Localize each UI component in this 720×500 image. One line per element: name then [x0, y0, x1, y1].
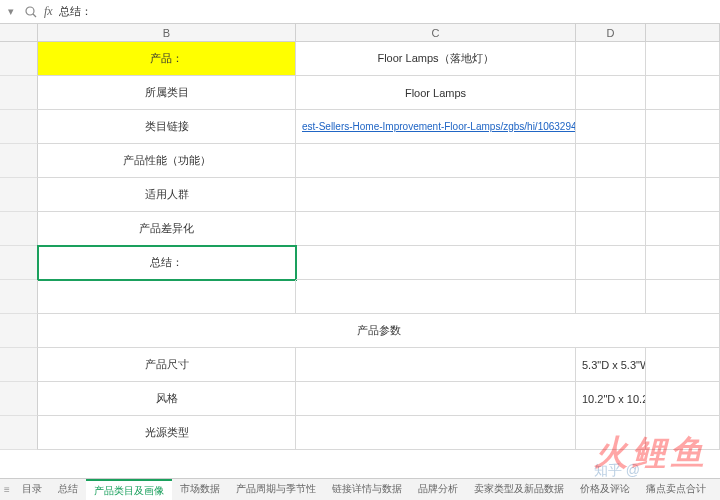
- cell[interactable]: [576, 416, 646, 450]
- row-header[interactable]: [0, 280, 38, 314]
- cell[interactable]: [576, 42, 646, 76]
- row-header[interactable]: [0, 246, 38, 280]
- cell[interactable]: Floor Lamps（落地灯）: [296, 42, 576, 76]
- cell[interactable]: [646, 348, 720, 382]
- cell[interactable]: [296, 144, 576, 178]
- cell[interactable]: 10.2"D x 10.2"W x 63"H: [576, 382, 646, 416]
- cell[interactable]: [576, 280, 646, 314]
- column-header[interactable]: [646, 24, 720, 42]
- cell[interactable]: [646, 178, 720, 212]
- corner-header[interactable]: [0, 24, 38, 42]
- row-header[interactable]: [0, 212, 38, 246]
- cell[interactable]: [296, 280, 576, 314]
- cell[interactable]: [646, 382, 720, 416]
- column-header[interactable]: B: [38, 24, 296, 42]
- cell[interactable]: [296, 348, 576, 382]
- row-header[interactable]: [0, 382, 38, 416]
- cell[interactable]: 产品尺寸: [38, 348, 296, 382]
- formula-bar: ▾ fx 总结：: [0, 0, 720, 24]
- row-header[interactable]: [0, 144, 38, 178]
- fx-label[interactable]: fx: [44, 4, 53, 19]
- column-header[interactable]: D: [576, 24, 646, 42]
- cell[interactable]: 适用人群: [38, 178, 296, 212]
- cell[interactable]: [576, 110, 646, 144]
- cell[interactable]: [646, 110, 720, 144]
- cell[interactable]: [646, 280, 720, 314]
- sheet-tabs: ≡ 目录总结产品类目及画像市场数据产品周期与季节性链接详情与数据品牌分析卖家类型…: [0, 478, 720, 500]
- spreadsheet-grid[interactable]: BCD产品：Floor Lamps（落地灯）所属类目Floor Lamps类目链…: [0, 24, 720, 450]
- cell[interactable]: 类目链接: [38, 110, 296, 144]
- row-header[interactable]: [0, 416, 38, 450]
- merged-cell[interactable]: 产品参数: [38, 314, 720, 348]
- sheet-tab[interactable]: 品牌分析: [410, 479, 466, 501]
- cell[interactable]: 产品性能（功能）: [38, 144, 296, 178]
- cell[interactable]: [646, 416, 720, 450]
- cell[interactable]: [296, 178, 576, 212]
- cell[interactable]: 所属类目: [38, 76, 296, 110]
- svg-point-0: [26, 7, 34, 15]
- column-header[interactable]: C: [296, 24, 576, 42]
- tabs-nav[interactable]: ≡: [0, 484, 14, 495]
- cell[interactable]: [296, 416, 576, 450]
- sheet-tab[interactable]: 卖家类型及新品数据: [466, 479, 572, 501]
- cell[interactable]: [296, 212, 576, 246]
- tab-first-icon[interactable]: ≡: [4, 484, 10, 495]
- cell[interactable]: [576, 246, 646, 280]
- sheet-tab[interactable]: 目录: [14, 479, 50, 501]
- cell[interactable]: [646, 76, 720, 110]
- cell[interactable]: Floor Lamps: [296, 76, 576, 110]
- cell[interactable]: [38, 280, 296, 314]
- cell[interactable]: est-Sellers-Home-Improvement-Floor-Lamps…: [296, 110, 576, 144]
- row-header[interactable]: [0, 76, 38, 110]
- sheet-tab[interactable]: 竞品分…: [714, 479, 720, 501]
- cell[interactable]: [646, 42, 720, 76]
- sheet-tab[interactable]: 产品周期与季节性: [228, 479, 324, 501]
- sheet-tab[interactable]: 痛点卖点合计: [638, 479, 714, 501]
- sheet-tab[interactable]: 链接详情与数据: [324, 479, 410, 501]
- row-header[interactable]: [0, 348, 38, 382]
- cell[interactable]: [296, 246, 576, 280]
- row-header[interactable]: [0, 110, 38, 144]
- cell[interactable]: 5.3"D x 5.3"W x 57"H: [576, 348, 646, 382]
- sheet-tab[interactable]: 市场数据: [172, 479, 228, 501]
- cell[interactable]: [576, 76, 646, 110]
- cell[interactable]: [576, 212, 646, 246]
- row-header[interactable]: [0, 314, 38, 348]
- cell[interactable]: 产品差异化: [38, 212, 296, 246]
- sheet-tab[interactable]: 总结: [50, 479, 86, 501]
- cell[interactable]: [576, 144, 646, 178]
- cell[interactable]: [296, 382, 576, 416]
- dropdown-icon[interactable]: ▾: [4, 5, 18, 19]
- sheet-tab[interactable]: 产品类目及画像: [86, 479, 172, 501]
- cell[interactable]: 总结：: [38, 246, 296, 280]
- svg-line-1: [33, 14, 36, 17]
- formula-value[interactable]: 总结：: [59, 4, 716, 19]
- cell[interactable]: [576, 178, 646, 212]
- cell[interactable]: [646, 144, 720, 178]
- sheet-tab[interactable]: 价格及评论: [572, 479, 638, 501]
- cell[interactable]: 光源类型: [38, 416, 296, 450]
- cell[interactable]: [646, 212, 720, 246]
- search-icon[interactable]: [24, 5, 38, 19]
- cell[interactable]: [646, 246, 720, 280]
- cell[interactable]: 风格: [38, 382, 296, 416]
- row-header[interactable]: [0, 178, 38, 212]
- cell[interactable]: 产品：: [38, 42, 296, 76]
- row-header[interactable]: [0, 42, 38, 76]
